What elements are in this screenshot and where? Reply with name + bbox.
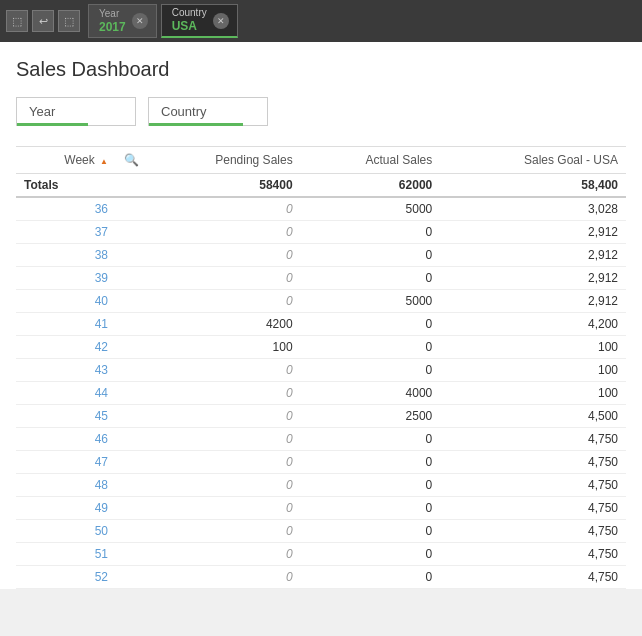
cell-week[interactable]: 50: [16, 520, 116, 543]
cell-week[interactable]: 44: [16, 382, 116, 405]
cell-goal: 4,200: [440, 313, 626, 336]
cell-pending: 4200: [143, 313, 301, 336]
filters-row: Year Country: [16, 97, 626, 126]
sort-icon: ▲: [100, 157, 108, 166]
cell-empty: [116, 428, 143, 451]
col-goal: Sales Goal - USA: [440, 147, 626, 174]
toolbar: ⬚ ↩ ⬚ Year 2017 ✕ Country USA ✕: [0, 0, 642, 42]
frame-icon[interactable]: ⬚: [58, 10, 80, 32]
select-icon[interactable]: ⬚: [6, 10, 28, 32]
cell-actual: 0: [301, 313, 441, 336]
cell-pending: 0: [143, 267, 301, 290]
cell-actual: 4000: [301, 382, 441, 405]
cell-pending: 0: [143, 428, 301, 451]
cell-week[interactable]: 41: [16, 313, 116, 336]
cell-actual: 0: [301, 451, 441, 474]
cell-goal: 4,750: [440, 474, 626, 497]
cell-week[interactable]: 40: [16, 290, 116, 313]
cell-week[interactable]: 45: [16, 405, 116, 428]
cell-week[interactable]: 52: [16, 566, 116, 589]
totals-row: Totals 58400 62000 58,400: [16, 174, 626, 198]
cell-week[interactable]: 37: [16, 221, 116, 244]
col-search[interactable]: 🔍: [116, 147, 143, 174]
cell-week[interactable]: 38: [16, 244, 116, 267]
filter-country-label: Country: [161, 104, 207, 119]
table-row: 41420004,200: [16, 313, 626, 336]
cell-week[interactable]: 46: [16, 428, 116, 451]
cell-goal: 4,750: [440, 497, 626, 520]
cell-empty: [116, 336, 143, 359]
cell-actual: 5000: [301, 197, 441, 221]
cell-actual: 0: [301, 221, 441, 244]
back-icon[interactable]: ↩: [32, 10, 54, 32]
cell-goal: 4,500: [440, 405, 626, 428]
cell-pending: 100: [143, 336, 301, 359]
table-row: 4404000100: [16, 382, 626, 405]
cell-goal: 2,912: [440, 221, 626, 244]
cell-week[interactable]: 51: [16, 543, 116, 566]
cell-week[interactable]: 36: [16, 197, 116, 221]
page-title: Sales Dashboard: [16, 58, 626, 81]
table-row: 50004,750: [16, 520, 626, 543]
cell-week[interactable]: 49: [16, 497, 116, 520]
cell-pending: 0: [143, 359, 301, 382]
table-row: 37002,912: [16, 221, 626, 244]
tab-year-close[interactable]: ✕: [132, 13, 148, 29]
table-row: 38002,912: [16, 244, 626, 267]
cell-actual: 0: [301, 566, 441, 589]
cell-actual: 2500: [301, 405, 441, 428]
table-row: 47004,750: [16, 451, 626, 474]
cell-pending: 0: [143, 451, 301, 474]
table-row: 49004,750: [16, 497, 626, 520]
cell-pending: 0: [143, 405, 301, 428]
cell-week[interactable]: 39: [16, 267, 116, 290]
tab-year-value: 2017: [99, 20, 126, 36]
cell-empty: [116, 313, 143, 336]
filter-year[interactable]: Year: [16, 97, 136, 126]
cell-goal: 100: [440, 336, 626, 359]
table-row: 52004,750: [16, 566, 626, 589]
filter-country[interactable]: Country: [148, 97, 268, 126]
cell-week[interactable]: 43: [16, 359, 116, 382]
cell-pending: 0: [143, 543, 301, 566]
cell-empty: [116, 197, 143, 221]
cell-empty: [116, 382, 143, 405]
cell-pending: 0: [143, 566, 301, 589]
table-row: 421000100: [16, 336, 626, 359]
cell-actual: 0: [301, 244, 441, 267]
col-week: Week ▲: [16, 147, 116, 174]
tab-year[interactable]: Year 2017 ✕: [88, 4, 157, 38]
table-row: 51004,750: [16, 543, 626, 566]
cell-empty: [116, 474, 143, 497]
cell-empty: [116, 290, 143, 313]
cell-goal: 2,912: [440, 290, 626, 313]
cell-actual: 5000: [301, 290, 441, 313]
cell-goal: 3,028: [440, 197, 626, 221]
tab-country-label: Country: [172, 6, 207, 19]
filter-year-label: Year: [29, 104, 55, 119]
cell-goal: 4,750: [440, 566, 626, 589]
table-row: 39002,912: [16, 267, 626, 290]
main-content: Sales Dashboard Year Country Week ▲ 🔍 Pe…: [0, 42, 642, 589]
tab-country-close[interactable]: ✕: [213, 13, 229, 29]
totals-pending: 58400: [143, 174, 301, 198]
cell-empty: [116, 221, 143, 244]
cell-pending: 0: [143, 474, 301, 497]
cell-pending: 0: [143, 197, 301, 221]
totals-label: Totals: [16, 174, 143, 198]
cell-empty: [116, 566, 143, 589]
cell-week[interactable]: 47: [16, 451, 116, 474]
cell-goal: 4,750: [440, 451, 626, 474]
tab-country[interactable]: Country USA ✕: [161, 4, 238, 38]
cell-actual: 0: [301, 497, 441, 520]
cell-pending: 0: [143, 497, 301, 520]
table-row: 36050003,028: [16, 197, 626, 221]
sales-table: Week ▲ 🔍 Pending Sales Actual Sales Sale…: [16, 146, 626, 589]
cell-week[interactable]: 42: [16, 336, 116, 359]
search-icon[interactable]: 🔍: [124, 153, 139, 167]
cell-week[interactable]: 48: [16, 474, 116, 497]
totals-actual: 62000: [301, 174, 441, 198]
cell-actual: 0: [301, 474, 441, 497]
cell-empty: [116, 520, 143, 543]
cell-empty: [116, 405, 143, 428]
